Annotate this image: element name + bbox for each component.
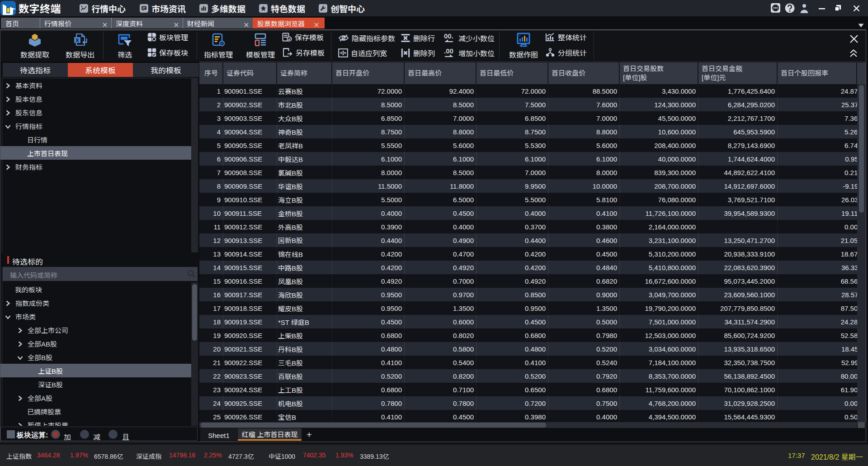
svg-text:X: X (75, 38, 79, 43)
svg-text:00.: 00. (444, 33, 453, 40)
svg-text:.00: .00 (444, 48, 453, 55)
